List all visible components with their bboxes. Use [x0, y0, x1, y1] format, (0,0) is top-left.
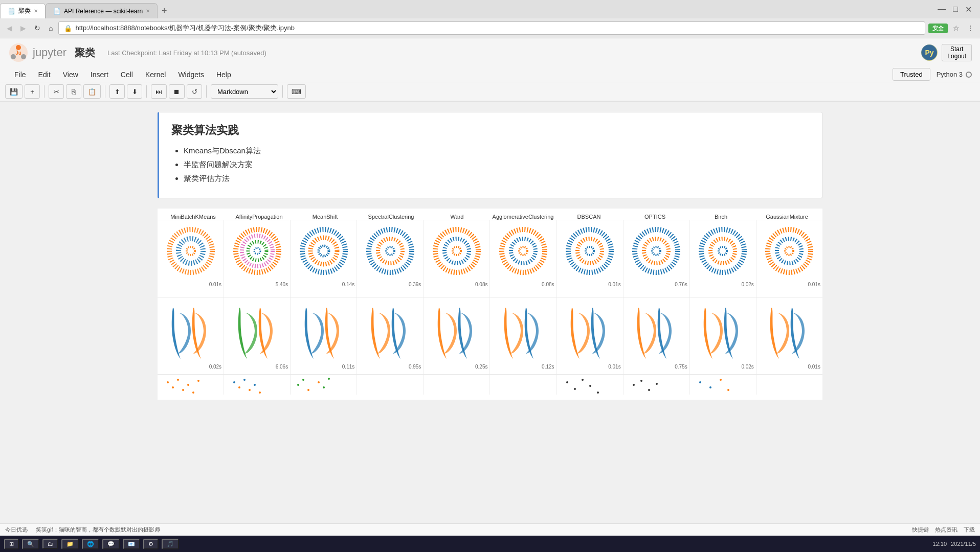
scatter-partial-7 — [623, 375, 675, 395]
reload-button[interactable]: ↻ — [32, 23, 43, 33]
paste-button[interactable]: 📋 — [83, 84, 101, 99]
menu-button[interactable]: ⋮ — [965, 23, 976, 33]
menu-insert[interactable]: Insert — [84, 68, 115, 81]
plot-rings-multi — [232, 220, 283, 282]
tab2-close-btn[interactable]: ✕ — [146, 8, 150, 14]
col-header-8: Birch — [688, 214, 754, 220]
viz-cell-0-3: 0.39s — [357, 220, 424, 297]
jupyter-logo: Ju jupyter — [8, 42, 66, 63]
plot-waves-0 — [165, 297, 216, 364]
time-1-5: 0.12s — [542, 364, 556, 370]
notebook-title[interactable]: 聚类 — [75, 46, 95, 60]
viz-cell-2-9-partial — [756, 375, 822, 395]
col-header-9: GaussianMixture — [754, 214, 820, 220]
svg-point-47 — [243, 379, 246, 381]
home-button[interactable]: ⌂ — [46, 23, 55, 33]
viz-cell-0-6: 0.01s — [557, 220, 623, 297]
tab2-label: API Reference — scikit-learn — [64, 8, 143, 15]
time-0-7: 0.76s — [675, 282, 689, 287]
maximize-button[interactable]: □ — [950, 4, 961, 15]
browser-title-bar: 🗒️ 聚类 ✕ 📄 API Reference — scikit-learn ✕… — [0, 0, 980, 18]
address-bar[interactable]: 🔒 http://localhost:8888/notebooks/机器学习/机… — [58, 21, 925, 35]
tab-bar: 🗒️ 聚类 ✕ 📄 API Reference — scikit-learn ✕… — [0, 0, 929, 18]
menu-kernel[interactable]: Kernel — [139, 68, 172, 81]
move-up-button[interactable]: ⬆ — [109, 84, 125, 99]
menu-edit[interactable]: Edit — [32, 68, 57, 81]
forward-button[interactable]: ▶ — [18, 23, 29, 33]
svg-point-45 — [233, 381, 235, 383]
col-header-6: DBSCAN — [556, 214, 622, 220]
scatter-partial-8 — [690, 375, 741, 395]
svg-point-23 — [502, 229, 545, 272]
save-button[interactable]: 💾 — [5, 84, 23, 99]
viz-cell-2-1-partial — [224, 375, 291, 395]
copy-button[interactable]: ⎘ — [66, 84, 81, 99]
cell-content: 聚类算法实践 Kmeans与Dbscan算法 半监督问题解决方案 聚类评估方法 — [159, 112, 822, 198]
viz-row-1: 0.01s 5.40s 0.14s — [158, 220, 822, 297]
new-tab-button[interactable]: + — [158, 4, 171, 18]
plot-rings-orange2 — [431, 220, 482, 282]
kernel-info: Python 3 — [937, 71, 972, 78]
menu-widgets[interactable]: Widgets — [172, 68, 210, 81]
time-0-1: 5.40s — [276, 282, 290, 287]
tab-active[interactable]: 🗒️ 聚类 ✕ — [0, 3, 46, 18]
svg-point-18 — [378, 239, 403, 263]
move-down-button[interactable]: ⬇ — [127, 84, 142, 99]
minimize-button[interactable]: — — [934, 4, 949, 15]
menu-view[interactable]: View — [57, 68, 84, 81]
back-button[interactable]: ◀ — [4, 23, 15, 33]
menu-cell[interactable]: Cell — [115, 68, 139, 81]
svg-point-58 — [574, 388, 576, 390]
logout-label: Logout — [947, 53, 966, 60]
trusted-button[interactable]: Trusted — [893, 68, 930, 81]
time-1-1: 6.06s — [276, 364, 290, 370]
close-button[interactable]: ✕ — [962, 4, 975, 15]
svg-point-13 — [254, 248, 260, 254]
svg-point-22 — [453, 247, 461, 255]
viz-cell-2-5-partial — [490, 375, 556, 395]
jupyter-header: Ju jupyter 聚类 Last Checkpoint: Last Frid… — [0, 38, 980, 102]
viz-cell-2-7-partial — [623, 375, 690, 395]
menu-help[interactable]: Help — [210, 68, 237, 81]
markdown-cell[interactable]: 聚类算法实践 Kmeans与Dbscan算法 半监督问题解决方案 聚类评估方法 — [158, 112, 822, 198]
svg-point-20 — [435, 229, 478, 272]
svg-point-43 — [192, 392, 194, 394]
svg-point-46 — [238, 386, 240, 388]
fast-forward-button[interactable]: ⏭ — [151, 84, 167, 99]
cell-type-select[interactable]: Markdown Code Raw NBConvert — [211, 84, 278, 99]
keyboard-button[interactable]: ⌨ — [287, 84, 306, 99]
viz-cell-1-9: 0.01s — [756, 297, 822, 374]
plot-rings-orange4 — [764, 220, 815, 282]
viz-cell-1-6: 0.01s — [557, 297, 623, 374]
tab2-favicon: 📄 — [53, 8, 61, 15]
plot-rings-blue3 — [564, 220, 615, 282]
svg-point-52 — [302, 379, 304, 381]
plot-rings-blue — [298, 220, 349, 282]
start-logout-button[interactable]: Start Logout — [942, 44, 972, 61]
list-item-1: Kmeans与Dbscan算法 — [184, 146, 810, 156]
restart-button[interactable]: ↺ — [187, 84, 202, 99]
menu-file[interactable]: File — [8, 68, 32, 81]
window-controls: — □ ✕ — [929, 4, 980, 15]
svg-point-3 — [21, 54, 26, 59]
tab-label: 聚类 — [18, 7, 31, 15]
add-cell-button[interactable]: + — [25, 84, 40, 99]
svg-point-66 — [699, 381, 701, 383]
menu-bar: File Edit View Insert Cell Kernel Widget… — [0, 67, 980, 82]
viz-cell-1-2: 0.11s — [291, 297, 357, 374]
svg-point-67 — [709, 386, 711, 388]
plot-waves-8 — [697, 297, 748, 364]
kernel-name: Python 3 — [937, 71, 963, 78]
svg-point-8 — [179, 239, 203, 263]
cut-button[interactable]: ✂ — [49, 84, 64, 99]
svg-point-56 — [328, 378, 330, 380]
plot-waves-5 — [498, 297, 549, 364]
bookmark-button[interactable]: ☆ — [951, 23, 962, 33]
time-0-8: 0.02s — [741, 282, 755, 287]
svg-point-39 — [172, 386, 174, 388]
tab-inactive[interactable]: 📄 API Reference — scikit-learn ✕ — [46, 3, 158, 18]
svg-point-29 — [635, 229, 678, 272]
stop-button[interactable]: ⏹ — [169, 84, 185, 99]
tab-close-btn[interactable]: ✕ — [34, 8, 38, 14]
toolbar-separator-5 — [282, 85, 283, 98]
